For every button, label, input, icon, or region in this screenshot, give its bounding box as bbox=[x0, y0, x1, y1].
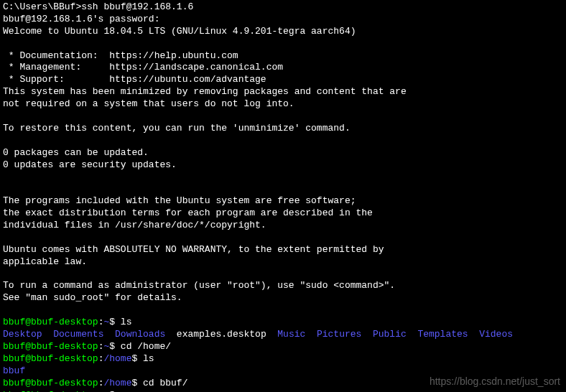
terminal-line: individual files in /usr/share/doc/*/cop… bbox=[3, 220, 563, 232]
terminal-segment: * Management: https://landscape.canonica… bbox=[3, 62, 283, 73]
terminal-line: To run a command as administrator (user … bbox=[3, 280, 563, 292]
terminal-line: 0 packages can be updated. bbox=[3, 147, 563, 159]
watermark: https://blog.csdn.net/just_sort bbox=[430, 375, 560, 388]
terminal-segment: The programs included with the Ubuntu sy… bbox=[3, 195, 356, 206]
terminal-segment: bbuf@bbuf-desktop bbox=[3, 341, 98, 352]
terminal-segment: bbuf@bbuf-desktop bbox=[3, 390, 98, 393]
terminal-segment bbox=[361, 329, 373, 340]
terminal-line: not required on a system that users do n… bbox=[3, 98, 563, 111]
terminal-line: bbuf@192.168.1.6's password: bbox=[3, 14, 563, 26]
terminal-segment: $ ls bbox=[131, 353, 154, 364]
terminal-segment: Public bbox=[373, 329, 407, 340]
terminal-segment: To run a command as administrator (user … bbox=[3, 280, 395, 291]
terminal-segment: bbuf bbox=[3, 365, 25, 376]
terminal-segment bbox=[407, 329, 418, 340]
terminal-segment bbox=[103, 329, 115, 340]
terminal-segment: Music bbox=[277, 329, 305, 340]
terminal-segment: Desktop bbox=[3, 329, 42, 340]
terminal-segment: $ bbox=[109, 390, 121, 393]
terminal-segment: * Support: https://ubuntu.com/advantage bbox=[3, 74, 266, 85]
terminal-line bbox=[3, 304, 563, 317]
terminal-line: applicable law. bbox=[3, 256, 563, 269]
terminal-line: See "man sudo_root" for details. bbox=[3, 292, 563, 304]
terminal-segment: bbuf@bbuf-desktop bbox=[3, 353, 98, 364]
terminal-segment: examples.desktop bbox=[165, 329, 277, 340]
terminal-segment: /home bbox=[103, 353, 131, 364]
terminal-segment: bbuf@bbuf-desktop bbox=[3, 317, 98, 327]
terminal-line: 0 updates are security updates. bbox=[3, 159, 563, 172]
terminal-line: bbuf@bbuf-desktop:~$ ls bbox=[3, 317, 563, 329]
terminal-line: This system has been minimized by removi… bbox=[3, 86, 563, 98]
terminal-line bbox=[3, 135, 563, 147]
terminal-segment: /home bbox=[103, 378, 131, 388]
terminal-segment: This system has been minimized by removi… bbox=[3, 86, 407, 97]
terminal-segment: C:\Users\BBuf>ssh bbuf@192.168.1.6 bbox=[3, 1, 193, 12]
terminal-segment: $ cd bbuf/ bbox=[131, 378, 187, 388]
terminal-segment: Templates bbox=[417, 329, 468, 340]
terminal-line: Desktop Documents Downloads examples.des… bbox=[3, 329, 563, 341]
terminal-line: * Support: https://ubuntu.com/advantage bbox=[3, 74, 563, 86]
terminal-segment: applicable law. bbox=[3, 256, 87, 267]
terminal-line: Ubuntu comes with ABSOLUTELY NO WARRANTY… bbox=[3, 244, 563, 256]
terminal-segment bbox=[305, 329, 317, 340]
terminal-segment: not required on a system that users do n… bbox=[3, 98, 294, 109]
terminal-line bbox=[3, 111, 563, 123]
terminal-segment: bbuf@bbuf-desktop bbox=[3, 378, 98, 388]
terminal-segment: 0 packages can be updated. bbox=[3, 147, 149, 158]
terminal-line bbox=[3, 38, 563, 50]
terminal-line: bbuf@bbuf-desktop:/home$ ls bbox=[3, 353, 563, 365]
terminal-segment: the exact distribution terms for each pr… bbox=[3, 207, 373, 218]
terminal-line bbox=[3, 269, 563, 281]
terminal-segment: individual files in /usr/share/doc/*/cop… bbox=[3, 220, 266, 230]
terminal-segment: bbuf@192.168.1.6's password: bbox=[3, 14, 159, 24]
terminal-line: * Management: https://landscape.canonica… bbox=[3, 62, 563, 74]
terminal-line: The programs included with the Ubuntu sy… bbox=[3, 195, 563, 207]
terminal-line: bbuf@bbuf-desktop:~$ bbox=[3, 390, 563, 393]
terminal-line: bbuf@bbuf-desktop:~$ cd /home/ bbox=[3, 341, 563, 353]
terminal-segment: Videos bbox=[479, 329, 513, 340]
terminal-line bbox=[3, 183, 563, 195]
terminal-line: Welcome to Ubuntu 18.04.5 LTS (GNU/Linux… bbox=[3, 26, 563, 38]
terminal-output[interactable]: C:\Users\BBuf>ssh bbuf@192.168.1.6bbuf@1… bbox=[3, 1, 563, 392]
terminal-segment: $ cd /home/ bbox=[109, 341, 171, 352]
terminal-line: * Documentation: https://help.ubuntu.com bbox=[3, 50, 563, 62]
terminal-line: the exact distribution terms for each pr… bbox=[3, 207, 563, 220]
terminal-line: To restore this content, you can run the… bbox=[3, 123, 563, 135]
terminal-line bbox=[3, 232, 563, 244]
terminal-segment bbox=[468, 329, 480, 340]
terminal-line: C:\Users\BBuf>ssh bbuf@192.168.1.6 bbox=[3, 1, 563, 14]
terminal-segment: Welcome to Ubuntu 18.04.5 LTS (GNU/Linux… bbox=[3, 26, 356, 37]
terminal-segment: See "man sudo_root" for details. bbox=[3, 292, 182, 303]
terminal-segment: Pictures bbox=[317, 329, 361, 340]
terminal-segment: Downloads bbox=[115, 329, 165, 340]
terminal-segment: $ ls bbox=[109, 317, 131, 327]
terminal-segment: Ubuntu comes with ABSOLUTELY NO WARRANTY… bbox=[3, 244, 384, 255]
terminal-segment: Documents bbox=[53, 329, 103, 340]
terminal-segment: * Documentation: https://help.ubuntu.com bbox=[3, 50, 238, 61]
terminal-line bbox=[3, 171, 563, 183]
terminal-segment: To restore this content, you can run the… bbox=[3, 123, 351, 134]
terminal-segment bbox=[42, 329, 54, 340]
terminal-segment: 0 updates are security updates. bbox=[3, 159, 177, 170]
